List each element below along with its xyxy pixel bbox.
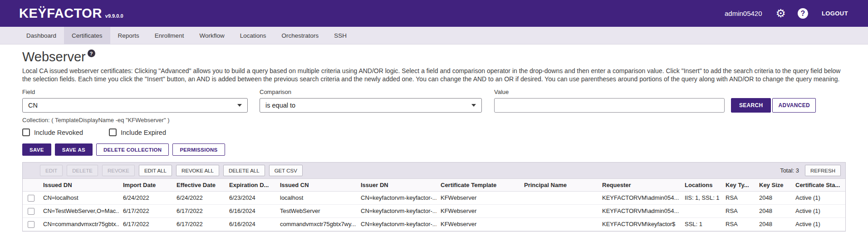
title-help-icon[interactable]: ? [88,49,95,57]
include-expired-label: Include Expired [121,129,166,136]
table-row[interactable]: CN=TestWebServer,O=Mac... 6/17/2022 6/17… [23,204,845,217]
value-label: Value [494,89,725,95]
include-revoked-option[interactable]: Include Revoked [22,128,83,136]
permissions-button[interactable]: PERMISSIONS [172,143,225,156]
field-select[interactable]: CN [22,98,248,113]
cell-requester: KEYFACTORVM\admin054... [598,191,681,204]
cell-issued-cn: commandvmxctr75gbtx7wy... [276,217,357,231]
cell-expiration-date: 6/16/2024 [225,204,276,217]
column-header[interactable]: Principal Name [520,179,598,191]
cell-principal-name [520,191,598,204]
delete-all-button[interactable]: DELETE ALL [223,165,265,176]
page: KEŸFACTOR v9.9.0.0 admin05420 ⚙ ? LOGOUT… [0,0,868,232]
cell-locations: SSL: 1 [681,217,721,231]
title-row: Webserver ? [22,50,846,64]
cell-key-type: RSA [721,191,755,204]
username[interactable]: admin05420 [725,10,762,17]
nav-item[interactable]: Enrollment [147,27,192,44]
column-header[interactable]: Issuer DN [357,179,436,191]
search-button[interactable]: SEARCH [731,98,771,113]
keyfactor-logo[interactable]: KEŸFACTOR [19,6,102,21]
refresh-button[interactable]: REFRESH [805,165,841,176]
cell-certificate-template: KFWebserver [436,204,520,217]
nav-item[interactable]: Locations [232,27,274,44]
delete-collection-button[interactable]: DELETE COLLECTION [96,143,169,156]
cell-key-size: 2048 [755,191,791,204]
version-label: v9.9.0.0 [105,13,123,19]
chevron-down-icon [237,104,242,107]
comparison-select[interactable]: is equal to [260,98,482,113]
toolbar-right: Total: 3 REFRESH [780,165,841,176]
delete-button: DELETE [67,165,98,176]
table-header-row: Issued DN Import Date Effective Date Exp… [23,179,845,191]
nav-item[interactable]: SSH [326,27,354,44]
cell-certificate-state: Active (1) [791,191,845,204]
cell-requester: KEYFACTORVM\keyfactor$ [598,217,681,231]
cell-principal-name [520,204,598,217]
cell-issuer-dn: CN=keyfactorvm-keyfactor-... [357,217,436,231]
cell-principal-name [520,217,598,231]
include-expired-checkbox[interactable] [109,128,117,136]
row-checkbox-cell [23,204,39,217]
value-group: Value [494,89,725,113]
column-header[interactable]: Key Size [755,179,791,191]
cell-locations [681,204,721,217]
nav-item[interactable]: Certificates [64,27,110,44]
column-header[interactable]: Issued CN [276,179,357,191]
cell-key-size: 2048 [755,204,791,217]
cell-key-type: RSA [721,217,755,231]
save-button[interactable]: SAVE [22,143,51,156]
column-header[interactable]: Locations [681,179,721,191]
logout-button[interactable]: LOGOUT [822,10,848,17]
table-row[interactable]: CN=commandvmxctr75gbtx... 6/17/2022 6/17… [23,217,845,231]
revoke-button: REVOKE [102,165,135,176]
select-all-cell [23,179,39,191]
column-header[interactable]: Requester [598,179,681,191]
include-revoked-checkbox[interactable] [22,128,30,136]
edit-all-button[interactable]: EDIT ALL [139,165,172,176]
advanced-button[interactable]: ADVANCED [772,98,816,113]
row-checkbox[interactable] [28,195,34,202]
row-checkbox[interactable] [28,208,34,215]
revoke-all-button[interactable]: REVOKE ALL [176,165,219,176]
nav-item[interactable]: Dashboard [19,27,64,44]
header-actions: admin05420 ⚙ ? LOGOUT [725,8,848,19]
include-expired-option[interactable]: Include Expired [109,128,166,136]
column-header[interactable]: Key Ty... [721,179,755,191]
nav-item[interactable]: Orchestrators [274,27,326,44]
help-icon[interactable]: ? [798,8,808,19]
total-count: Total: 3 [780,167,799,174]
cell-import-date: 6/17/2022 [119,217,172,231]
filter-checkboxes: Include Revoked Include Expired [22,128,846,136]
get-csv-button[interactable]: GET CSV [269,165,303,176]
value-input[interactable] [494,98,725,113]
cell-expiration-date: 6/16/2024 [225,217,276,231]
save-as-button[interactable]: SAVE AS [55,143,93,156]
cell-key-type: RSA [721,204,755,217]
comparison-select-value: is equal to [265,102,295,109]
column-header[interactable]: Certificate Template [436,179,520,191]
page-title: Webserver [22,50,86,64]
certificates-table: Issued DN Import Date Effective Date Exp… [23,179,845,231]
settings-gear-icon[interactable]: ⚙ [776,8,786,19]
row-checkbox[interactable] [28,221,34,228]
column-header[interactable]: Import Date [119,179,172,191]
comparison-label: Comparison [260,89,482,95]
cell-certificate-template: KFWebserver [436,191,520,204]
column-header[interactable]: Certificate Sta... [791,179,845,191]
cell-certificate-state: Active (1) [791,204,845,217]
cell-key-size: 2048 [755,217,791,231]
cell-effective-date: 6/24/2022 [172,191,225,204]
certificates-panel: EDIT DELETE REVOKE EDIT ALL REVOKE ALL D… [22,162,846,232]
collection-query: Collection: ( TemplateDisplayName -eq "K… [22,117,846,123]
cell-import-date: 6/24/2022 [119,191,172,204]
nav-item[interactable]: Reports [110,27,147,44]
main-content: Webserver ? Local CA issued webserver ce… [0,44,868,232]
column-header[interactable]: Effective Date [172,179,225,191]
column-header[interactable]: Issued DN [39,179,119,191]
table-row[interactable]: CN=localhost 6/24/2022 6/24/2022 6/23/20… [23,191,845,204]
cell-issued-dn: CN=commandvmxctr75gbtx... [39,217,119,231]
column-header[interactable]: Expiration D... [225,179,276,191]
nav-item[interactable]: Workflow [191,27,232,44]
cell-issuer-dn: CN=keyfactorvm-keyfactor-... [357,204,436,217]
